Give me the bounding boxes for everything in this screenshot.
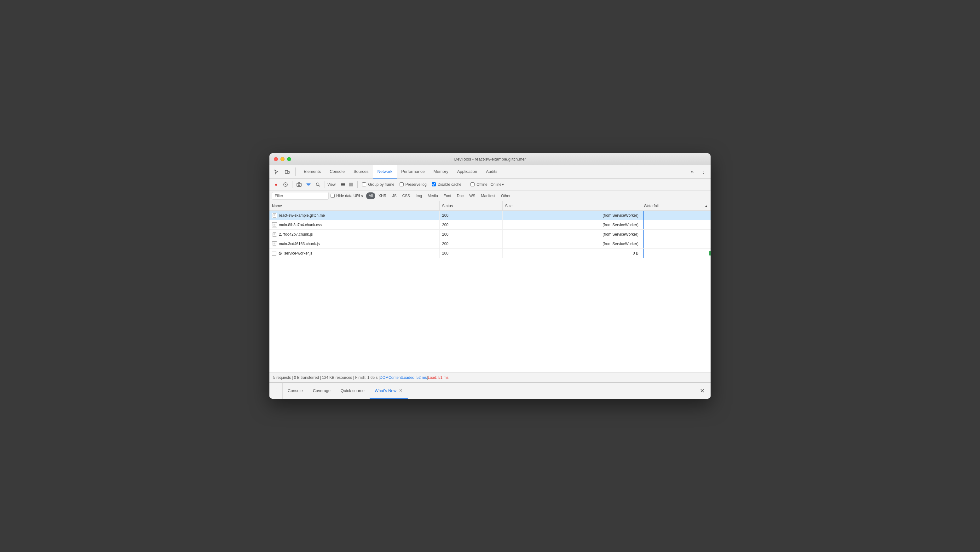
filter-media-button[interactable]: Media [425,192,441,199]
tab-performance[interactable]: Performance [397,165,429,179]
row-waterfall-cell [641,211,711,220]
file-icon [272,222,277,227]
drawer-tab-console[interactable]: Console [283,383,308,399]
filter-css-button[interactable]: CSS [399,192,412,199]
svg-rect-17 [273,223,276,227]
row-status-cell: 200 [439,220,503,229]
row-name-cell: main.8fb3a7b4.chunk.css [269,220,439,229]
title-bar: DevTools - react-sw-example.glitch.me/ [269,153,711,165]
row-size-cell: 0 B [503,249,641,258]
table-row[interactable]: react-sw-example.glitch.me 200 (from Ser… [269,211,711,220]
main-tab-bar: Elements Console Sources Network Perform… [269,165,711,179]
drawer-tab-whats-new[interactable]: What's New ✕ [370,383,408,399]
tab-network[interactable]: Network [373,165,397,179]
svg-rect-13 [273,214,276,217]
table-row[interactable]: ⚙ service-worker.js 200 0 B [269,249,711,258]
tab-memory[interactable]: Memory [429,165,453,179]
disable-cache-checkbox[interactable] [432,182,436,187]
svg-rect-8 [341,183,345,183]
filter-font-button[interactable]: Font [441,192,454,199]
svg-rect-25 [273,242,276,246]
svg-line-3 [285,183,286,185]
devtools-window: DevTools - react-sw-example.glitch.me/ [269,153,711,399]
filter-bar: Hide data URLs All XHR JS CSS Img [269,190,711,201]
filter-all-button[interactable]: All [366,192,375,199]
filter-ws-button[interactable]: WS [467,192,478,199]
svg-rect-1 [288,171,289,174]
search-button[interactable] [314,180,322,188]
view-toggle [339,181,355,188]
filter-xhr-button[interactable]: XHR [376,192,389,199]
offline-checkbox[interactable] [471,182,474,187]
list-view-button[interactable] [339,181,347,188]
table-row[interactable]: 2.7fdd42b7.chunk.js 200 (from ServiceWor… [269,230,711,239]
filter-img-button[interactable]: Img [413,192,425,199]
file-icon [272,213,277,218]
filter-button[interactable] [304,180,313,188]
filter-input[interactable] [272,192,329,199]
group-view-button[interactable] [347,181,355,188]
row-size-cell: (from ServiceWorker) [503,220,641,229]
toolbar-divider-4 [466,181,466,188]
devtools-menu-button[interactable]: ⋮ [699,168,708,176]
group-by-frame-label[interactable]: Group by frame [362,182,394,187]
disable-cache-label[interactable]: Disable cache [432,182,461,187]
col-header-status[interactable]: Status [439,201,503,211]
minimize-window-button[interactable] [280,157,285,161]
preserve-log-label[interactable]: Preserve log [399,182,427,187]
sort-arrow-icon: ▲ [704,204,708,208]
close-window-button[interactable] [274,157,278,161]
filter-js-button[interactable]: JS [390,192,399,199]
waterfall-blue-line [643,249,644,258]
tab-elements[interactable]: Elements [299,165,325,179]
more-tabs-button[interactable]: » [688,168,697,176]
clear-button[interactable] [282,180,290,188]
preserve-log-checkbox[interactable] [399,182,404,187]
col-header-name[interactable]: Name [269,201,439,211]
gear-icon: ⚙ [278,251,282,256]
close-drawer-button[interactable]: ✕ [697,386,707,396]
hide-data-urls-label[interactable]: Hide data URLs [331,194,363,198]
row-name-cell: ⚙ service-worker.js [269,249,439,258]
drawer-tab-coverage[interactable]: Coverage [308,383,336,399]
record-button[interactable]: ● [272,180,280,188]
group-by-frame-checkbox[interactable] [362,182,366,187]
device-toggle-icon[interactable] [283,168,291,176]
throttling-dropdown[interactable]: Online ▾ [491,182,504,187]
offline-label[interactable]: Offline [471,182,487,187]
tab-console[interactable]: Console [325,165,349,179]
status-text: 5 requests | 0 B transferred | 124 KB re… [273,375,380,380]
waterfall-area [643,220,709,229]
hide-data-urls-checkbox[interactable] [331,194,335,198]
table-row[interactable]: main.3cd46163.chunk.js 200 (from Service… [269,239,711,249]
maximize-window-button[interactable] [287,157,291,161]
camera-button[interactable] [295,180,303,188]
drawer-menu-button[interactable]: ⋮ [269,383,283,399]
close-whats-new-button[interactable]: ✕ [399,388,403,393]
col-header-size[interactable]: Size [503,201,641,211]
tab-sources[interactable]: Sources [349,165,373,179]
tab-more-area: » ⋮ [688,168,708,176]
col-header-waterfall[interactable]: Waterfall ▲ [641,201,711,211]
filter-type-buttons: All XHR JS CSS Img Media Font [366,192,513,199]
column-headers: Name Status Size Waterfall ▲ [269,201,711,211]
row-name-cell: main.3cd46163.chunk.js [269,239,439,248]
load-link[interactable]: Load: 51 ms [428,375,449,380]
waterfall-area [643,249,709,258]
tab-application[interactable]: Application [453,165,482,179]
dom-content-loaded-link[interactable]: DOMContentLoaded: 52 ms [380,375,427,380]
row-name-cell: react-sw-example.glitch.me [269,211,439,220]
svg-rect-10 [341,185,345,186]
filter-manifest-button[interactable]: Manifest [479,192,498,199]
status-bar: 5 requests | 0 B transferred | 124 KB re… [269,372,711,382]
table-row[interactable]: main.8fb3a7b4.chunk.css 200 (from Servic… [269,220,711,230]
filter-other-button[interactable]: Other [498,192,513,199]
cursor-icon[interactable] [272,168,281,176]
svg-rect-0 [285,170,288,174]
svg-line-7 [319,185,320,187]
tab-audits[interactable]: Audits [482,165,502,179]
filter-doc-button[interactable]: Doc [454,192,466,199]
waterfall-area [643,211,709,220]
drawer-tab-quick-source[interactable]: Quick source [336,383,370,399]
row-size-cell: (from ServiceWorker) [503,230,641,239]
